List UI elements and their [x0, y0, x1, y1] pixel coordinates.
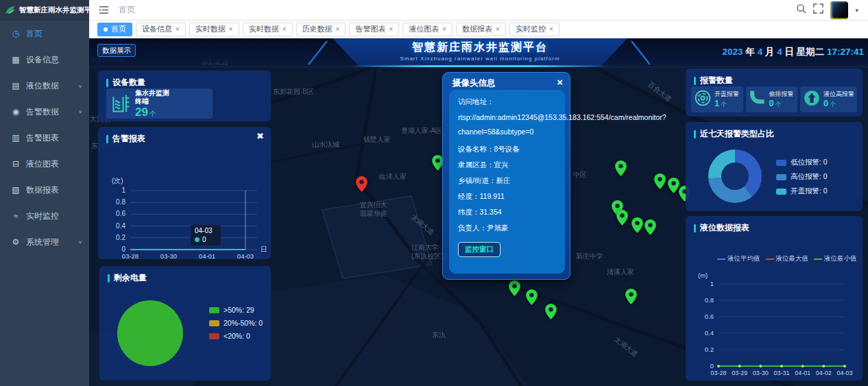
manhole-cover-icon: [694, 89, 712, 110]
avatar[interactable]: [830, 1, 848, 19]
tab-实时监控-8[interactable]: 实时监控×: [509, 23, 559, 36]
close-icon[interactable]: ×: [496, 25, 500, 33]
title-accent-bar: [106, 135, 108, 143]
level-high-icon: [803, 89, 821, 110]
pipe-discharge-icon: [749, 89, 767, 110]
sidebar-item-label: 系统管理: [26, 237, 59, 248]
legend-item: 开盖报警: 0: [776, 186, 828, 196]
liquid-chart-icon: ⊟: [10, 159, 22, 169]
series-dot: [195, 237, 200, 242]
map-marker-green[interactable]: [526, 289, 538, 308]
sidebar-item-alarm-data[interactable]: ◉告警数据∨: [0, 99, 89, 125]
map-marker-green[interactable]: [615, 160, 627, 179]
map-marker-green[interactable]: [654, 173, 666, 192]
sidebar-item-realtime-monitor[interactable]: ≈实时监控: [0, 203, 89, 229]
map-marker-green[interactable]: [631, 217, 643, 236]
map-marker-green[interactable]: [625, 289, 637, 307]
device-count-label: 集水井监测终端: [135, 89, 171, 106]
svg-text:03-31: 03-31: [773, 370, 789, 376]
realtime-monitor-icon: ≈: [10, 211, 22, 221]
stat-value: 0个: [823, 99, 854, 108]
sidebar-item-data-report[interactable]: ▧数据报表: [0, 177, 89, 203]
close-icon[interactable]: ×: [336, 25, 340, 33]
legend-item: <20%: 0: [209, 332, 263, 340]
datetime-part: 2023: [723, 47, 743, 57]
tab-实时数据-2[interactable]: 实时数据×: [189, 23, 239, 36]
sidebar-item-liquid-data[interactable]: ▤液位数据∨: [0, 73, 89, 99]
tab-液位图表-6[interactable]: 液位图表×: [402, 23, 453, 36]
close-icon[interactable]: ×: [549, 25, 553, 33]
svg-text:04-03: 04-03: [836, 370, 852, 376]
hamburger-icon[interactable]: [99, 5, 109, 14]
title-accent-bar: [694, 130, 696, 138]
sidebar-item-system-manage[interactable]: ⚙系统管理∨: [0, 229, 89, 255]
data-display-button[interactable]: 数据展示: [97, 44, 136, 57]
close-icon[interactable]: ✖: [256, 132, 264, 141]
donut-hole: [721, 162, 749, 190]
svg-text:0.4: 0.4: [116, 222, 125, 230]
map-marker-red[interactable]: [356, 176, 367, 195]
legend-chip: [209, 307, 219, 313]
fullscreen-icon[interactable]: [813, 3, 823, 16]
svg-text:03-29: 03-29: [732, 370, 747, 376]
tooltip-value: 0: [202, 236, 206, 243]
legend-label: 液位平均值: [727, 254, 760, 263]
page-title: 智慧新庄雨水井监测平台: [302, 40, 658, 55]
sidebar-item-label: 液位图表: [26, 158, 59, 170]
panel-title: 告警报表: [98, 127, 271, 145]
sidebar-item-label: 告警图表: [26, 132, 59, 144]
legend-chip: [209, 320, 219, 326]
tab-首页-0[interactable]: 首页: [97, 23, 132, 36]
map-marker-green[interactable]: [668, 178, 679, 196]
panel-title: 液位数据报表: [686, 216, 863, 234]
tab-label: 设备信息: [142, 24, 172, 34]
popup-field: channel=58&subtype=0: [458, 128, 565, 136]
tab-告警图表-5[interactable]: 告警图表×: [349, 23, 399, 36]
alarm-stat-3: 液位高报警0个: [800, 86, 857, 112]
sidebar-item-alarm-chart[interactable]: ▥告警图表: [0, 125, 89, 151]
map-marker-green[interactable]: [644, 219, 656, 238]
popup-field: 负责人：尹旭豪: [458, 224, 565, 233]
monitor-window-button[interactable]: 监控窗口: [458, 242, 501, 257]
svg-text:0: 0: [710, 362, 714, 370]
close-icon[interactable]: ×: [557, 76, 563, 88]
panel-battery: 剩余电量 >50%: 2920%-50%: 0<20%: 0: [99, 266, 271, 381]
leaf-logo-icon: [4, 4, 16, 16]
tab-数据报表-7[interactable]: 数据报表×: [456, 23, 506, 36]
search-icon[interactable]: [796, 3, 806, 16]
map-marker-green[interactable]: [545, 304, 557, 322]
popup-field: 访问地址：: [458, 97, 565, 107]
tab-实时数据-3[interactable]: 实时数据×: [243, 23, 293, 36]
svg-text:日: 日: [261, 245, 267, 253]
alarm-type-legend: 低位报警: 0高位报警: 0开盖报警: 0: [776, 158, 828, 201]
close-icon[interactable]: ×: [229, 25, 233, 33]
close-icon[interactable]: ×: [442, 25, 446, 33]
sidebar-item-liquid-chart[interactable]: ⊟液位图表: [0, 151, 89, 177]
close-icon[interactable]: ×: [282, 25, 287, 33]
tab-label: 液位图表: [409, 24, 439, 34]
sidebar-item-device-info[interactable]: ▦设备信息: [0, 47, 89, 73]
stat-card-text: 开盖报警1个: [714, 90, 739, 108]
chevron-down-icon[interactable]: ▾: [855, 7, 858, 14]
map-marker-green[interactable]: [509, 280, 520, 299]
chevron-down-icon: ∨: [78, 83, 82, 88]
top-navbar: 首页 ▾: [89, 0, 868, 21]
stat-card-text: 液位高报警0个: [823, 90, 854, 108]
alarm-data-icon: ◉: [10, 107, 22, 117]
legend-chip: [209, 333, 219, 339]
banner-core: 智慧新庄雨水井监测平台 Smart Xinzhuang rainwater we…: [302, 38, 658, 67]
tab-设备信息-1[interactable]: 设备信息×: [136, 23, 186, 36]
close-icon[interactable]: ×: [389, 25, 393, 33]
tabs-bar: 首页设备信息×实时数据×实时数据×历史数据×告警图表×液位图表×数据报表×实时监…: [89, 21, 868, 38]
chevron-down-icon: ∨: [78, 239, 82, 244]
title-accent-bar: [108, 274, 110, 282]
sidebar-item-label: 液位数据: [26, 80, 59, 92]
sidebar-item-dashboard[interactable]: ◷首页: [0, 21, 89, 47]
tab-历史数据-4[interactable]: 历史数据×: [296, 23, 346, 36]
stat-unit: 个: [721, 101, 727, 108]
panel-title: 报警数量: [686, 69, 863, 86]
data-report-icon: ▧: [10, 185, 22, 195]
close-icon[interactable]: ×: [176, 25, 180, 33]
svg-text:0.2: 0.2: [705, 346, 714, 353]
map-marker-green[interactable]: [616, 210, 628, 228]
